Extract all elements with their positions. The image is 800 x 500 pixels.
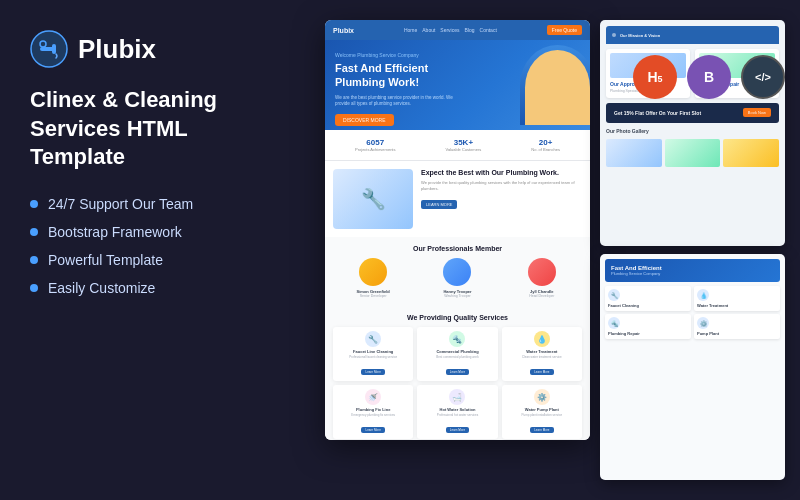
sm-gallery-row [606, 139, 779, 167]
service-name: Plumbing Fix Line [337, 407, 409, 412]
team-members-row: Simon Greenfield Senior Developer Hanny … [333, 258, 582, 298]
stat-label: Valuable Customers [446, 147, 482, 152]
hero-worker-illustration [520, 45, 590, 125]
service-learn-more: Learn More [361, 427, 384, 433]
site-stats: 6057 Projects Achievements 35K+ Valuable… [325, 130, 590, 161]
svg-rect-2 [52, 44, 56, 54]
list-item: 24/7 Support Our Team [30, 196, 280, 212]
service-card: 🚿 Plumbing Fix Line Emergency plumbing f… [333, 385, 413, 439]
bullet-icon [30, 200, 38, 208]
tech-badges: H5 B </> [633, 55, 785, 99]
sm-site-preview-1: Our Mission & Vision Our Approach Serve … [600, 20, 785, 246]
service-name: Water Pump Plant [506, 407, 578, 412]
hero-cta-button: DISCOVER MORE [335, 114, 394, 126]
logo-text: Plubix [78, 34, 156, 65]
service-desc: Pump plant installation service [506, 413, 578, 417]
site-nav: Plubix Home About Services Blog Contact … [325, 20, 590, 40]
service-desc: Professional faucet cleaning service [337, 355, 409, 359]
service-desc: Clean water treatment service [506, 355, 578, 359]
content-heading: Expect the Best with Our Plumbing Work. [421, 169, 582, 176]
service-learn-more: Learn More [361, 369, 384, 375]
stat-num: 20+ [531, 138, 560, 147]
site-nav-logo: Plubix [333, 27, 354, 34]
service-card: 🛁 Hot Water Solution Professional hot wa… [417, 385, 497, 439]
list-item: Powerful Template [30, 252, 280, 268]
feature-text: 24/7 Support Our Team [48, 196, 193, 212]
stat-label: No. of Branches [531, 147, 560, 152]
service-name: Faucet Line Cleaning [337, 349, 409, 354]
member-role: Head Developer [502, 294, 582, 298]
content-text-block: Expect the Best with Our Plumbing Work. … [421, 169, 582, 229]
service-desc: Emergency plumbing fix services [337, 413, 409, 417]
content-learn-more-btn: LEARN MORE [421, 200, 457, 209]
main-screenshot: Plubix Home About Services Blog Contact … [325, 20, 590, 440]
service-name: Hot Water Solution [421, 407, 493, 412]
nav-link-blog: Blog [465, 27, 475, 33]
service-name: Water Treatment [506, 349, 578, 354]
logo-row: Plubix [30, 30, 280, 68]
member-avatar [528, 258, 556, 286]
secondary-screenshot-bottom: Fast And Efficient Plumbing Service Comp… [600, 254, 785, 480]
sm-promo-button: Book Now [743, 108, 771, 117]
stat-branches: 20+ No. of Branches [531, 138, 560, 152]
sm2-service-title: Plumbing Repair [608, 331, 688, 336]
site-services-section: We Providing Quality Services 🔧 Faucet L… [325, 306, 590, 440]
bullet-icon [30, 284, 38, 292]
member-card: Jyll Chandle Head Developer [502, 258, 582, 298]
code-badge: </> [741, 55, 785, 99]
html5-label: H5 [647, 69, 662, 85]
service-icon: 💧 [534, 331, 550, 347]
secondary-screenshot-top: Our Mission & Vision Our Approach Serve … [600, 20, 785, 246]
service-icon: 🛁 [449, 389, 465, 405]
sm2-service-icon: 🔧 [608, 289, 620, 301]
worker-figure [525, 50, 590, 125]
sm-promo-bar: Get 15% Flat Offer On Your First Slot Bo… [606, 103, 779, 123]
sm2-service-title: Water Treatment [697, 303, 777, 308]
service-icon: ⚙️ [534, 389, 550, 405]
sm-header-dot [612, 33, 616, 37]
gallery-heading: Our Photo Gallery [606, 128, 779, 134]
html5-badge: H5 [633, 55, 677, 99]
site-content-section: 🔧 Expect the Best with Our Plumbing Work… [325, 161, 590, 237]
stat-num: 35K+ [446, 138, 482, 147]
gallery-item [606, 139, 662, 167]
left-panel: Plubix Clinex & Cleaning Services HTML T… [0, 0, 310, 500]
hero-title: Fast And Efficient Plumbing Work! [335, 61, 465, 90]
nav-link-about: About [422, 27, 435, 33]
feature-text: Easily Customize [48, 280, 155, 296]
sm2-service-icon: 💧 [697, 289, 709, 301]
service-learn-more: Learn More [530, 369, 553, 375]
faucet-icon [30, 30, 68, 68]
service-card: 🔩 Commercial Plumbing Best commercial pl… [417, 327, 497, 381]
site-hero: Welcome Plumbing Service Company Fast An… [325, 40, 590, 130]
code-label: </> [755, 71, 771, 83]
feature-text: Bootstrap Framework [48, 224, 182, 240]
service-card: 💧 Water Treatment Clean water treatment … [502, 327, 582, 381]
service-card: ⚙️ Water Pump Plant Pump plant installat… [502, 385, 582, 439]
service-learn-more: Learn More [530, 427, 553, 433]
sm2-service-title: Faucet Cleaning [608, 303, 688, 308]
member-card: Hanny Trooper Washing Trooper [417, 258, 497, 298]
product-title: Clinex & Cleaning Services HTML Template [30, 86, 280, 172]
member-role: Senior Developer [333, 294, 413, 298]
service-desc: Professional hot water services [421, 413, 493, 417]
sm2-service-card: 🔧 Faucet Cleaning [605, 286, 691, 311]
services-heading: We Providing Quality Services [333, 314, 582, 321]
feature-text: Powerful Template [48, 252, 163, 268]
sm2-service-card: 🔩 Plumbing Repair [605, 314, 691, 339]
content-image: 🔧 [333, 169, 413, 229]
sm2-hero: Fast And Efficient Plumbing Service Comp… [605, 259, 780, 282]
service-name: Commercial Plumbing [421, 349, 493, 354]
sm2-hero-subtitle: Plumbing Service Company [611, 271, 774, 276]
member-role: Washing Trooper [417, 294, 497, 298]
sm-promo-text: Get 15% Flat Offer On Your First Slot [614, 110, 701, 116]
bootstrap-badge: B [687, 55, 731, 99]
list-item: Bootstrap Framework [30, 224, 280, 240]
service-learn-more: Learn More [446, 427, 469, 433]
site-team-section: Our Professionals Member Simon Greenfiel… [325, 237, 590, 306]
stat-customers: 35K+ Valuable Customers [446, 138, 482, 152]
site-nav-links: Home About Services Blog Contact [404, 27, 497, 33]
member-avatar [359, 258, 387, 286]
hero-desc: We are the best plumbing service provide… [335, 95, 465, 108]
bootstrap-label: B [704, 69, 714, 85]
